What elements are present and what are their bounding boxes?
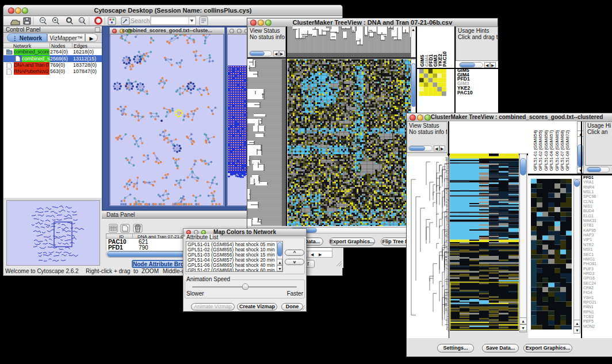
svg-text:1:1: 1:1 [80,19,84,22]
svg-text:Search:: Search: [131,17,151,24]
